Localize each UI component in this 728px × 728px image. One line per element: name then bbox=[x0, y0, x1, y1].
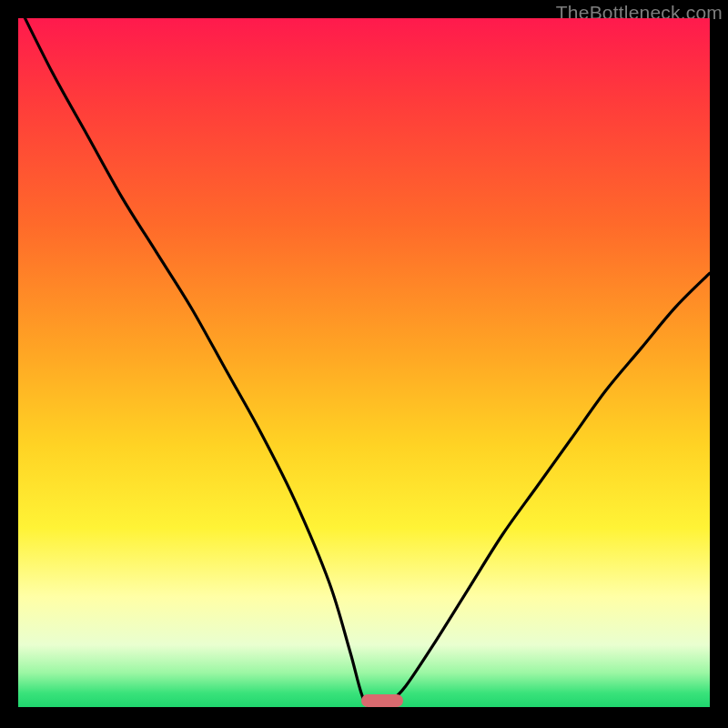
plot-area bbox=[18, 18, 710, 707]
optimum-marker bbox=[361, 694, 403, 707]
bottleneck-curve bbox=[18, 18, 710, 707]
chart-frame: TheBottleneck.com bbox=[0, 0, 728, 728]
